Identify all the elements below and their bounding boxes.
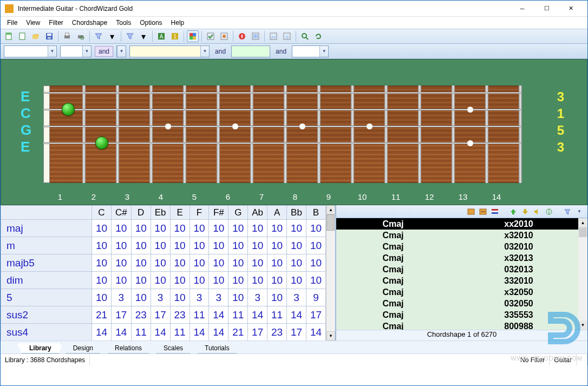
grid-header[interactable]: Eb bbox=[151, 206, 170, 220]
menu-help[interactable]: Help bbox=[167, 18, 189, 28]
print-preview-button[interactable] bbox=[75, 30, 87, 42]
fretboard-panel: E C G E 3 1 5 3 1234567891011121314 bbox=[1, 59, 587, 205]
tab-design[interactable]: Design bbox=[61, 343, 106, 354]
svg-rect-15 bbox=[193, 33, 196, 36]
svg-rect-22 bbox=[241, 35, 243, 38]
grid-header[interactable]: E bbox=[170, 206, 190, 220]
filter-combo-drop-1[interactable]: ▼ bbox=[116, 45, 126, 57]
grid-header[interactable]: D bbox=[131, 206, 151, 220]
maximize-button[interactable]: ☐ bbox=[534, 1, 559, 16]
menu-chordshape[interactable]: Chordshape bbox=[68, 18, 112, 28]
filter-input-2[interactable] bbox=[61, 46, 82, 57]
tab-relations[interactable]: Relations bbox=[102, 343, 154, 354]
grid-header[interactable]: F# bbox=[209, 206, 228, 220]
music-1-button[interactable]: ♪♪ bbox=[267, 30, 279, 42]
grid-row[interactable]: majb5101010101010101010101010 bbox=[1, 254, 326, 272]
filter2-button[interactable] bbox=[124, 30, 136, 42]
chordshape-row[interactable]: Cmaj032013 bbox=[336, 264, 587, 275]
svg-rect-17 bbox=[193, 36, 196, 40]
grid-header[interactable]: B bbox=[306, 206, 325, 220]
chordshape-row[interactable]: Cmaj332010 bbox=[336, 275, 587, 286]
note-marker[interactable] bbox=[95, 136, 108, 149]
refresh-button[interactable] bbox=[312, 30, 324, 42]
new-button[interactable] bbox=[3, 30, 15, 42]
chordshape-row[interactable]: Cmaj032050 bbox=[336, 298, 587, 309]
sound-button[interactable] bbox=[532, 207, 542, 217]
filter-list-drop[interactable]: ▼ bbox=[574, 207, 584, 217]
filter-combo-4[interactable] bbox=[231, 45, 270, 57]
svg-point-20 bbox=[223, 35, 226, 38]
grid-scrollbar[interactable]: ▲ ▼ bbox=[326, 205, 335, 341]
filter-bar: ▼ ▼ and ▼ ▼ and and ▼ bbox=[1, 44, 587, 59]
svg-rect-2 bbox=[19, 33, 25, 40]
filter-combo-5[interactable]: ▼ bbox=[292, 45, 329, 57]
tool-1-button[interactable] bbox=[205, 30, 217, 42]
grid-header[interactable]: Bb bbox=[287, 206, 306, 220]
chordshape-row[interactable]: Cmajx32050 bbox=[336, 286, 587, 298]
chordshape-row[interactable]: Cmajxx2010 bbox=[336, 218, 587, 230]
watermark: WWW.WEIDOWN.COM bbox=[511, 355, 583, 362]
chordshape-row[interactable]: Cmajx32013 bbox=[336, 252, 587, 264]
menu-bar: File View Filter Chordshape Tools Option… bbox=[1, 17, 587, 29]
grid-row[interactable]: maj101010101010101010101010 bbox=[1, 220, 326, 237]
minimize-button[interactable]: ─ bbox=[510, 1, 534, 16]
down-arrow-button[interactable] bbox=[520, 207, 530, 217]
menu-options[interactable]: Options bbox=[135, 18, 166, 28]
note-a-button[interactable]: A bbox=[155, 30, 167, 42]
save-button[interactable] bbox=[43, 30, 55, 42]
grid-row[interactable]: 510310310331031039 bbox=[1, 289, 326, 306]
color-button[interactable] bbox=[187, 30, 199, 42]
menu-filter[interactable]: Filter bbox=[44, 18, 68, 28]
tab-tutorials[interactable]: Tutorials bbox=[192, 343, 242, 354]
open-button[interactable] bbox=[30, 30, 42, 42]
grid-header[interactable]: F bbox=[190, 206, 209, 220]
filter-input-3[interactable] bbox=[130, 46, 200, 57]
tool-3-button[interactable] bbox=[236, 30, 248, 42]
menu-view[interactable]: View bbox=[22, 18, 44, 28]
filter-input-5[interactable] bbox=[292, 46, 319, 57]
up-arrow-button[interactable] bbox=[508, 207, 518, 217]
filter-combo-3[interactable]: ▼ bbox=[129, 45, 210, 57]
grid-header[interactable] bbox=[1, 206, 92, 220]
filter2-drop-button[interactable]: ▾ bbox=[138, 30, 149, 42]
menu-file[interactable]: File bbox=[3, 18, 22, 28]
chordshape-row[interactable]: Cmajx32010 bbox=[336, 230, 587, 241]
rtb-2[interactable] bbox=[478, 207, 488, 217]
grid-row[interactable]: m101010101010101010101010 bbox=[1, 237, 326, 254]
close-button[interactable]: ✕ bbox=[559, 1, 583, 16]
print-button[interactable] bbox=[61, 30, 73, 42]
filter-list-button[interactable] bbox=[563, 207, 572, 217]
chordlist-toolbar: ▼ bbox=[336, 205, 587, 218]
filter-button[interactable] bbox=[93, 30, 104, 42]
rtb-flag[interactable] bbox=[490, 207, 500, 217]
filter-drop-button[interactable]: ▾ bbox=[106, 30, 118, 42]
music-2-button[interactable]: ♫ bbox=[281, 30, 293, 42]
note-marker[interactable] bbox=[62, 103, 75, 116]
filter-input-1[interactable] bbox=[4, 46, 48, 57]
grid-header[interactable]: G bbox=[228, 206, 248, 220]
new-doc-button[interactable] bbox=[16, 30, 28, 42]
filter-combo-2[interactable]: ▼ bbox=[60, 45, 92, 57]
grid-header[interactable]: A bbox=[267, 206, 287, 220]
grid-row[interactable]: sus2211723172311141114111417 bbox=[1, 306, 326, 324]
tool-4-button[interactable] bbox=[250, 30, 262, 42]
note-1-button[interactable]: 1 bbox=[169, 30, 181, 42]
and-label-2: and bbox=[213, 47, 228, 56]
tune-button[interactable] bbox=[544, 207, 554, 217]
chordshape-row[interactable]: Cmaj032010 bbox=[336, 241, 587, 252]
tab-library[interactable]: Library bbox=[17, 343, 64, 354]
grid-header[interactable]: C bbox=[92, 206, 112, 220]
tool-2-button[interactable] bbox=[218, 30, 230, 42]
fretboard[interactable] bbox=[43, 86, 537, 183]
grid-row[interactable]: sus4141411141114142117231714 bbox=[1, 324, 326, 341]
grid-header[interactable]: C# bbox=[111, 206, 131, 220]
menu-tools[interactable]: Tools bbox=[112, 18, 135, 28]
filter-input-4[interactable] bbox=[232, 46, 270, 57]
tab-scales[interactable]: Scales bbox=[151, 343, 195, 354]
grid-header[interactable]: Ab bbox=[248, 206, 267, 220]
chord-grid[interactable]: CC#DEbEFF#GAbABbBmaj10101010101010101010… bbox=[1, 205, 326, 341]
search-button[interactable] bbox=[299, 30, 311, 42]
rtb-1[interactable] bbox=[466, 207, 476, 217]
grid-row[interactable]: dim101010101010101010101010 bbox=[1, 272, 326, 289]
filter-combo-1[interactable]: ▼ bbox=[4, 45, 57, 57]
